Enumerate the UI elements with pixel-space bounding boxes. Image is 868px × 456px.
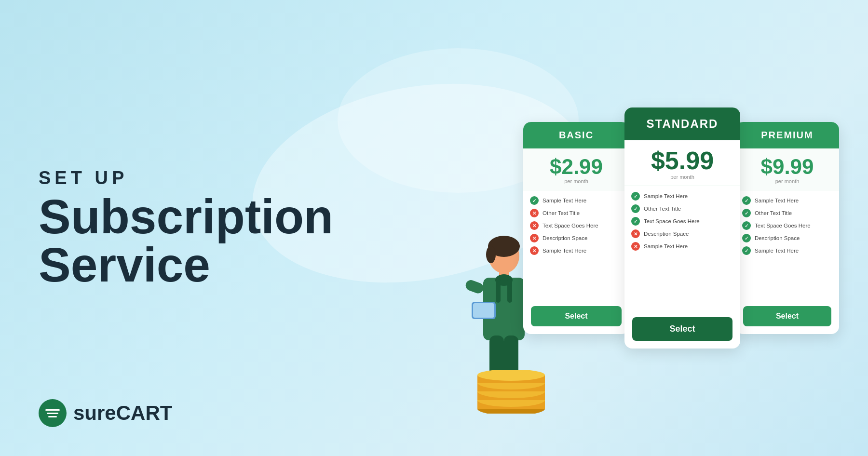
set-up-label: SET UP bbox=[39, 168, 328, 188]
feature-text-basic-1: Sample Text Here bbox=[542, 198, 586, 203]
feature-text-standard-5: Sample Text Here bbox=[644, 243, 688, 249]
feature-basic-1: ✓ Sample Text Here bbox=[530, 196, 623, 205]
pricing-cards-area: BASIC $2.99 per month ✓ Sample Text Here… bbox=[523, 107, 839, 349]
feature-text-premium-3: Text Space Goes Here bbox=[755, 223, 811, 228]
plan-footer-premium: Select bbox=[735, 299, 839, 334]
select-button-standard[interactable]: Select bbox=[632, 317, 732, 341]
feature-text-premium-2: Other Text Title bbox=[755, 210, 792, 216]
plan-period-standard: per month bbox=[629, 174, 735, 180]
feature-premium-5: ✓ Sample Text Here bbox=[742, 246, 832, 255]
feature-standard-1: ✓ Sample Text Here bbox=[631, 192, 733, 201]
select-button-basic[interactable]: Select bbox=[531, 306, 622, 326]
plan-features-basic: ✓ Sample Text Here ✕ Other Text Title ✕ … bbox=[523, 190, 629, 299]
plan-card-basic: BASIC $2.99 per month ✓ Sample Text Here… bbox=[523, 122, 629, 334]
logo-icon bbox=[39, 399, 67, 427]
check-icon-basic-3: ✕ bbox=[530, 221, 539, 230]
feature-premium-3: ✓ Text Space Goes Here bbox=[742, 221, 832, 230]
check-icon-premium-4: ✓ bbox=[742, 234, 751, 242]
plan-features-standard: ✓ Sample Text Here ✓ Other Text Title ✓ … bbox=[624, 186, 740, 310]
check-icon-standard-3: ✓ bbox=[631, 217, 640, 226]
feature-text-basic-3: Text Space Goes Here bbox=[542, 223, 598, 228]
check-icon-premium-3: ✓ bbox=[742, 221, 751, 230]
plan-name-premium: PREMIUM bbox=[735, 122, 839, 148]
check-icon-basic-2: ✕ bbox=[530, 209, 539, 217]
feature-standard-4: ✕ Description Space bbox=[631, 229, 733, 238]
plan-footer-standard: Select bbox=[624, 310, 740, 349]
logo-text: sureCART bbox=[73, 402, 172, 425]
coins-illustration bbox=[473, 370, 550, 414]
feature-text-standard-4: Description Space bbox=[644, 231, 689, 237]
plan-price-section-basic: $2.99 per month bbox=[523, 148, 629, 190]
feature-text-premium-5: Sample Text Here bbox=[755, 248, 799, 254]
plan-price-section-standard: $5.99 per month bbox=[624, 140, 740, 186]
feature-premium-1: ✓ Sample Text Here bbox=[742, 196, 832, 205]
feature-text-premium-1: Sample Text Here bbox=[755, 198, 799, 203]
plan-card-standard: STANDARD $5.99 per month ✓ Sample Text H… bbox=[624, 107, 740, 349]
feature-standard-3: ✓ Text Space Goes Here bbox=[631, 217, 733, 226]
check-icon-standard-5: ✕ bbox=[631, 242, 640, 251]
feature-premium-2: ✓ Other Text Title bbox=[742, 209, 832, 217]
check-icon-standard-2: ✓ bbox=[631, 204, 640, 213]
plan-price-section-premium: $9.99 per month bbox=[735, 148, 839, 190]
svg-point-2 bbox=[486, 246, 496, 263]
feature-standard-5: ✕ Sample Text Here bbox=[631, 242, 733, 251]
feature-text-basic-2: Other Text Title bbox=[542, 210, 580, 216]
feature-basic-2: ✕ Other Text Title bbox=[530, 209, 623, 217]
plan-features-premium: ✓ Sample Text Here ✓ Other Text Title ✓ … bbox=[735, 190, 839, 299]
plan-name-basic: BASIC bbox=[523, 122, 629, 148]
main-title-line2: Service bbox=[39, 241, 328, 289]
logo-line-1 bbox=[45, 409, 60, 411]
feature-text-premium-4: Description Space bbox=[755, 235, 800, 241]
check-icon-basic-5: ✕ bbox=[530, 246, 539, 255]
plan-price-basic: $2.99 bbox=[528, 156, 624, 177]
feature-standard-2: ✓ Other Text Title bbox=[631, 204, 733, 213]
svg-rect-16 bbox=[507, 279, 512, 303]
check-icon-standard-4: ✕ bbox=[631, 229, 640, 238]
check-icon-basic-1: ✓ bbox=[530, 196, 539, 205]
plan-price-premium: $9.99 bbox=[740, 156, 834, 177]
check-icon-standard-1: ✓ bbox=[631, 192, 640, 201]
plan-period-premium: per month bbox=[740, 178, 834, 184]
svg-rect-6 bbox=[464, 279, 485, 295]
logo-text-light: sure bbox=[73, 402, 116, 424]
page: SET UP Subscription Service sureCART bbox=[0, 0, 868, 456]
hero-section: SET UP Subscription Service bbox=[39, 168, 328, 289]
plan-price-standard: $5.99 bbox=[629, 148, 735, 173]
check-icon-premium-1: ✓ bbox=[742, 196, 751, 205]
feature-text-standard-2: Other Text Title bbox=[644, 206, 681, 212]
svg-rect-15 bbox=[496, 279, 501, 303]
plan-footer-basic: Select bbox=[523, 299, 629, 334]
feature-basic-5: ✕ Sample Text Here bbox=[530, 246, 623, 255]
feature-text-basic-4: Description Space bbox=[542, 235, 587, 241]
svg-rect-9 bbox=[473, 303, 494, 318]
feature-basic-3: ✕ Text Space Goes Here bbox=[530, 221, 623, 230]
feature-premium-4: ✓ Description Space bbox=[742, 234, 832, 242]
plan-card-premium: PREMIUM $9.99 per month ✓ Sample Text He… bbox=[735, 122, 839, 334]
check-icon-basic-4: ✕ bbox=[530, 234, 539, 242]
feature-basic-4: ✕ Description Space bbox=[530, 234, 623, 242]
logo-line-3 bbox=[48, 416, 57, 417]
main-title-line1: Subscription bbox=[39, 192, 328, 241]
check-icon-premium-2: ✓ bbox=[742, 209, 751, 217]
plan-name-standard: STANDARD bbox=[624, 107, 740, 140]
select-button-premium[interactable]: Select bbox=[743, 306, 831, 326]
feature-text-basic-5: Sample Text Here bbox=[542, 248, 586, 254]
logo-line-2 bbox=[47, 413, 58, 414]
check-icon-premium-5: ✓ bbox=[742, 246, 751, 255]
plan-period-basic: per month bbox=[528, 178, 624, 184]
logo-section: sureCART bbox=[39, 399, 172, 427]
feature-text-standard-3: Text Space Goes Here bbox=[644, 218, 700, 224]
feature-text-standard-1: Sample Text Here bbox=[644, 193, 688, 199]
main-title: Subscription Service bbox=[39, 192, 328, 289]
logo-text-bold: CART bbox=[116, 402, 173, 424]
